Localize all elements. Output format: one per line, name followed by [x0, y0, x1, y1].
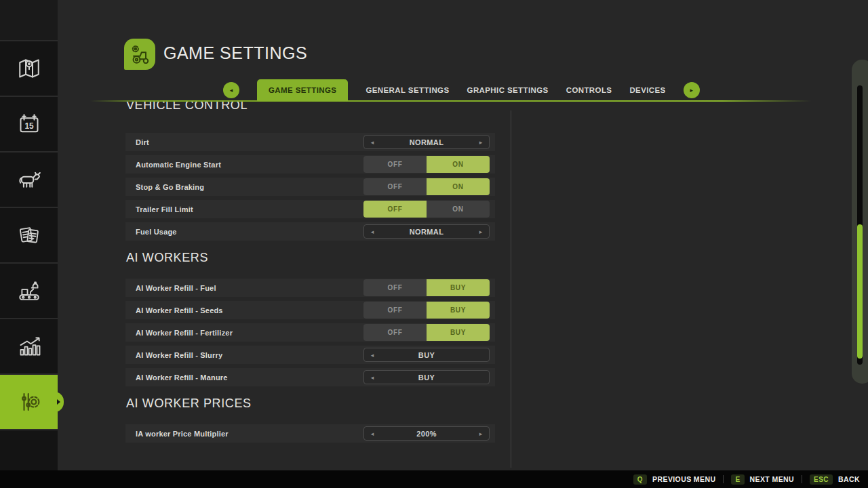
- scrollbar-thumb[interactable]: [857, 224, 863, 359]
- scrollbar: [852, 60, 868, 384]
- scrollbar-track[interactable]: [857, 85, 863, 365]
- sidebar-item-contracts[interactable]: [0, 207, 58, 262]
- animals-icon: [16, 166, 43, 193]
- hint-separator: [723, 475, 724, 483]
- selector-ai-worker-refill-slurry[interactable]: ◂BUY▸: [363, 348, 490, 362]
- sidebar-top-block: [0, 0, 58, 40]
- toggle-ai-worker-refill-seeds: OFFBUY: [363, 302, 490, 319]
- tab-game-settings[interactable]: GAME SETTINGS: [257, 79, 348, 101]
- toggle-ai-worker-refill-fuel: OFFBUY: [363, 279, 490, 296]
- page-title: GAME SETTINGS: [163, 43, 307, 63]
- section-title-ai-worker-prices: AI WORKER PRICES: [126, 396, 495, 411]
- game-settings-app-icon: [124, 39, 155, 70]
- arrow-right-icon[interactable]: ▸: [477, 139, 484, 146]
- toggle-option-buy[interactable]: BUY: [427, 302, 490, 319]
- map-icon: [16, 55, 43, 82]
- arrow-left-icon[interactable]: ◂: [369, 228, 376, 235]
- section-title-ai-workers: AI WORKERS: [126, 250, 495, 265]
- tab-graphic-settings[interactable]: GRAPHIC SETTINGS: [467, 86, 549, 94]
- footer-hint-bar: QPREVIOUS MENUENEXT MENUESCBACK: [0, 470, 868, 488]
- setting-row-ai-worker-refill-seeds: AI Worker Refill - SeedsOFFBUY: [125, 301, 495, 319]
- game-settings-screen: 15: [0, 0, 868, 488]
- setting-label: AI Worker Refill - Fuel: [136, 284, 216, 292]
- hint-label: BACK: [838, 475, 860, 483]
- toggle-option-on[interactable]: ON: [427, 156, 490, 173]
- arrow-left-icon[interactable]: ◂: [369, 352, 376, 359]
- setting-row-fuel-usage: Fuel Usage◂NORMAL▸: [125, 222, 495, 241]
- settings-panel: VEHICLE CONTROLDirt◂NORMAL▸Automatic Eng…: [125, 102, 495, 443]
- tab-general-settings[interactable]: GENERAL SETTINGS: [366, 86, 449, 94]
- settings-viewport: VEHICLE CONTROLDirt◂NORMAL▸Automatic Eng…: [125, 102, 495, 470]
- key-e-badge: E: [731, 474, 744, 485]
- toggle-option-on[interactable]: ON: [427, 178, 490, 195]
- setting-row-dirt: Dirt◂NORMAL▸: [125, 133, 495, 151]
- arrow-left-icon[interactable]: ◂: [369, 139, 376, 146]
- setting-row-ai-worker-refill-fertilizer: AI Worker Refill - FertilizerOFFBUY: [125, 323, 495, 342]
- setting-row-automatic-engine-start: Automatic Engine StartOFFON: [125, 155, 495, 174]
- contracts-icon: [16, 222, 43, 249]
- toggle-option-off[interactable]: OFF: [363, 201, 427, 218]
- toggle-option-buy[interactable]: BUY: [427, 324, 490, 341]
- toggle-option-on[interactable]: ON: [427, 201, 490, 218]
- tractor-gear-icon: [127, 42, 152, 66]
- selector-dirt[interactable]: ◂NORMAL▸: [363, 135, 490, 149]
- key-esc-badge: ESC: [810, 474, 833, 485]
- toggle-option-off[interactable]: OFF: [363, 178, 427, 195]
- toggle-option-off[interactable]: OFF: [363, 156, 427, 173]
- toggle-option-off[interactable]: OFF: [363, 302, 427, 319]
- setting-row-ia-worker-price-multiplier: IA worker Price Multiplier◂200%▸: [125, 424, 495, 443]
- hint-label: PREVIOUS MENU: [652, 475, 715, 483]
- sidebar-item-production[interactable]: [0, 262, 58, 318]
- setting-row-ai-worker-refill-fuel: AI Worker Refill - FuelOFFBUY: [125, 279, 495, 297]
- sidebar-filler: [0, 429, 58, 470]
- toggle-option-buy[interactable]: BUY: [427, 279, 490, 296]
- selector-value: 200%: [376, 430, 477, 438]
- arrow-right-icon: ▸: [690, 87, 693, 94]
- tabs-prev-button[interactable]: ◂: [223, 82, 239, 98]
- setting-label: AI Worker Refill - Manure: [136, 373, 228, 382]
- setting-label: AI Worker Refill - Seeds: [136, 306, 223, 314]
- sidebar-item-map[interactable]: [0, 40, 58, 96]
- sidebar-item-statistics[interactable]: [0, 318, 58, 373]
- calendar-icon: 15: [16, 110, 43, 138]
- toggle-trailer-fill-limit: OFFON: [363, 201, 490, 218]
- hint-label: NEXT MENU: [750, 475, 794, 483]
- hint-previous-menu: QPREVIOUS MENU: [633, 474, 716, 485]
- sidebar: 15: [0, 0, 58, 470]
- tab-bar: ◂ GAME SETTINGSGENERAL SETTINGSGRAPHIC S…: [223, 79, 700, 101]
- selector-value: BUY: [376, 373, 477, 382]
- toggle-option-off[interactable]: OFF: [363, 324, 427, 341]
- production-icon: [16, 277, 43, 304]
- hint-next-menu: ENEXT MENU: [731, 474, 794, 485]
- sidebar-item-animals[interactable]: [0, 151, 58, 207]
- arrow-right-icon[interactable]: ▸: [477, 228, 484, 235]
- selector-ai-worker-refill-manure[interactable]: ◂BUY▸: [363, 370, 490, 384]
- statistics-icon: [16, 333, 43, 360]
- hint-back: ESCBACK: [810, 474, 860, 485]
- arrow-left-icon[interactable]: ◂: [369, 430, 376, 437]
- tab-controls[interactable]: CONTROLS: [566, 86, 612, 94]
- setting-label: IA worker Price Multiplier: [136, 430, 229, 438]
- tabs-next-button[interactable]: ▸: [684, 82, 700, 98]
- selector-value: BUY: [376, 351, 477, 359]
- selector-value: NORMAL: [376, 228, 477, 236]
- setting-label: Fuel Usage: [136, 228, 177, 236]
- toggle-option-off[interactable]: OFF: [363, 279, 427, 296]
- setting-row-ai-worker-refill-manure: AI Worker Refill - Manure◂BUY▸: [125, 368, 495, 386]
- setting-label: Automatic Engine Start: [136, 161, 221, 169]
- arrow-left-icon: ◂: [230, 87, 233, 94]
- arrow-right-icon[interactable]: ▸: [477, 430, 484, 437]
- svg-text:15: 15: [24, 121, 34, 131]
- hint-separator: [802, 475, 802, 483]
- setting-label: Dirt: [136, 138, 149, 146]
- sidebar-item-calendar[interactable]: 15: [0, 96, 58, 151]
- selector-ia-worker-price-multiplier[interactable]: ◂200%▸: [363, 426, 490, 441]
- sidebar-item-settings[interactable]: [0, 373, 58, 429]
- tab-devices[interactable]: DEVICES: [629, 86, 665, 94]
- section-title-vehicle-control: VEHICLE CONTROL: [126, 102, 495, 113]
- selector-value: NORMAL: [376, 138, 477, 146]
- arrow-left-icon[interactable]: ◂: [369, 374, 376, 381]
- selector-fuel-usage[interactable]: ◂NORMAL▸: [363, 224, 490, 239]
- content-divider: [511, 110, 511, 468]
- toggle-stop-go-braking: OFFON: [363, 178, 490, 195]
